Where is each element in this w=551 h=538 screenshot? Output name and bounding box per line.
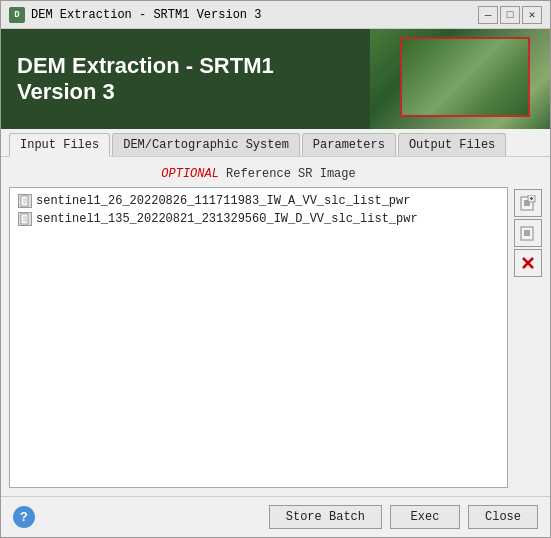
main-window: D DEM Extraction - SRTM1 Version 3 — □ ✕… [0,0,551,538]
remove-file-button[interactable] [514,249,542,277]
optional-text-colored: OPTIONAL [161,167,219,181]
minimize-button[interactable]: — [478,6,498,24]
window-title: DEM Extraction - SRTM1 Version 3 [31,8,472,22]
app-icon: D [9,7,25,23]
file-icon-2 [18,212,32,226]
store-batch-button[interactable]: Store Batch [269,505,382,529]
bottom-bar: ? Store Batch Exec Close [1,496,550,537]
main-panel: OPTIONAL Reference SR Image sentinel1_26… [9,165,508,488]
tab-output-files[interactable]: Output Files [398,133,506,156]
file-name-2: sentinel1_135_20220821_231329560_IW_D_VV… [36,212,418,226]
sidebar-buttons [514,165,542,488]
window-controls: — □ ✕ [478,6,542,24]
edit-file-button[interactable] [514,219,542,247]
header-title-line1: DEM Extraction - SRTM1 [17,53,274,79]
close-window-button[interactable]: ✕ [522,6,542,24]
header-area: DEM Extraction - SRTM1 Version 3 [1,29,550,129]
file-icon-1 [18,194,32,208]
help-button[interactable]: ? [13,506,35,528]
tab-dem-cartographic[interactable]: DEM/Cartographic System [112,133,300,156]
exec-button[interactable]: Exec [390,505,460,529]
file-list[interactable]: sentinel1_26_20220826_111711983_IW_A_VV_… [9,187,508,488]
list-item[interactable]: sentinel1_135_20220821_231329560_IW_D_VV… [14,210,503,228]
add-file-button[interactable] [514,189,542,217]
title-bar: D DEM Extraction - SRTM1 Version 3 — □ ✕ [1,1,550,29]
content-area: OPTIONAL Reference SR Image sentinel1_26… [1,157,550,496]
header-title-line2: Version 3 [17,79,274,105]
reference-sr-text: Reference SR Image [219,167,356,181]
file-name-1: sentinel1_26_20220826_111711983_IW_A_VV_… [36,194,410,208]
optional-reference-label: OPTIONAL Reference SR Image [9,165,508,183]
tabs-bar: Input Files DEM/Cartographic System Para… [1,129,550,157]
close-button[interactable]: Close [468,505,538,529]
tab-parameters[interactable]: Parameters [302,133,396,156]
tab-input-files[interactable]: Input Files [9,133,110,157]
maximize-button[interactable]: □ [500,6,520,24]
app-title: DEM Extraction - SRTM1 Version 3 [17,53,274,106]
header-image-overlay [400,37,530,117]
list-item[interactable]: sentinel1_26_20220826_111711983_IW_A_VV_… [14,192,503,210]
